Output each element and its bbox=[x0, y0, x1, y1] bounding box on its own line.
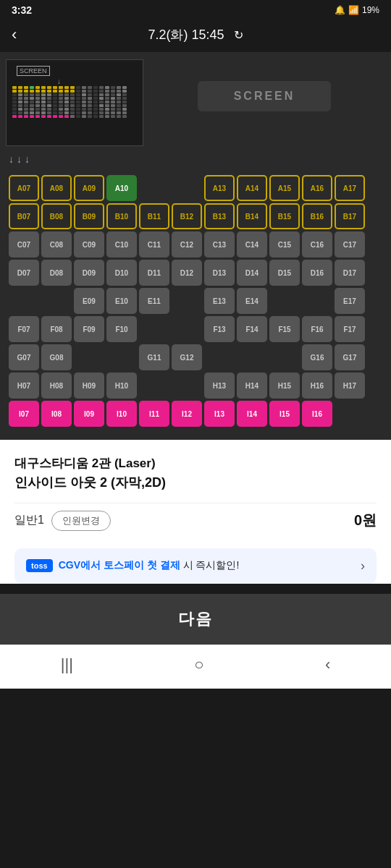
seat-I16[interactable]: I16 bbox=[302, 401, 332, 427]
seat-I08[interactable]: I08 bbox=[41, 401, 72, 427]
toss-suffix: 시 즉시할인! bbox=[180, 559, 240, 571]
toss-arrow-icon: › bbox=[361, 558, 365, 574]
seat-G08: G08 bbox=[41, 344, 72, 370]
seat-B09[interactable]: B09 bbox=[74, 203, 104, 229]
status-bar: 3:32 🔔 📶 19% bbox=[0, 0, 391, 20]
seat-B12[interactable]: B12 bbox=[172, 203, 202, 229]
status-icons: 🔔 📶 19% bbox=[335, 5, 379, 15]
bottom-navigation: ||| ○ ‹ bbox=[0, 644, 391, 689]
seat-B13[interactable]: B13 bbox=[204, 203, 235, 229]
seat-I11[interactable]: I11 bbox=[139, 401, 169, 427]
seat-H10: H10 bbox=[106, 373, 137, 399]
seat-C11: C11 bbox=[139, 231, 169, 258]
toss-banner-content: toss CGV에서 토스페이 첫 결제 시 즉시할인! bbox=[26, 559, 239, 572]
seat-F15: F15 bbox=[269, 316, 300, 342]
seat-E13: E13 bbox=[204, 288, 235, 314]
seat-row-C: C07C08C09C10C11C12C13C14C15C16C17 bbox=[9, 231, 382, 258]
seat-H13: H13 bbox=[204, 373, 235, 399]
seat-A14[interactable]: A14 bbox=[237, 175, 267, 201]
seat-I12[interactable]: I12 bbox=[172, 401, 202, 427]
price-display: 0원 bbox=[354, 511, 377, 530]
seat-A15[interactable]: A15 bbox=[269, 175, 300, 201]
seat-B07[interactable]: B07 bbox=[9, 203, 39, 229]
seat-I15[interactable]: I15 bbox=[269, 401, 300, 427]
theater-container: SCREEN ↓ SCREEN ↓ ↓ ↓ A07A08A09A10A13A14… bbox=[0, 52, 391, 440]
seat-G17: G17 bbox=[335, 344, 365, 370]
seat-I09[interactable]: I09 bbox=[74, 401, 104, 427]
seat-empty bbox=[139, 316, 169, 342]
seat-D12: D12 bbox=[172, 260, 202, 286]
seat-E10: E10 bbox=[106, 288, 137, 314]
top-nav: ‹ 7.2(화) 15:45 ↻ bbox=[0, 20, 391, 52]
status-time: 3:32 bbox=[12, 4, 32, 16]
toss-banner[interactable]: toss CGV에서 토스페이 첫 결제 시 즉시할인! › bbox=[14, 548, 377, 584]
seat-I13[interactable]: I13 bbox=[204, 401, 235, 427]
seat-B15[interactable]: B15 bbox=[269, 203, 300, 229]
seat-row-F: F07F08F09F10F13F14F15F16F17 bbox=[9, 316, 382, 342]
seat-C12: C12 bbox=[172, 231, 202, 258]
nav-back-icon[interactable]: ‹ bbox=[325, 655, 330, 674]
seat-H17: H17 bbox=[335, 373, 365, 399]
seat-empty bbox=[139, 175, 169, 201]
seat-B14[interactable]: B14 bbox=[237, 203, 267, 229]
seat-C13: C13 bbox=[204, 231, 235, 258]
refresh-icon[interactable]: ↻ bbox=[234, 29, 243, 41]
ticket-type: 일반1 인원변경 bbox=[14, 511, 111, 531]
seat-H07: H07 bbox=[9, 373, 39, 399]
seat-D13: D13 bbox=[204, 260, 235, 286]
seat-A10[interactable]: A10 bbox=[106, 175, 137, 201]
seat-H08: H08 bbox=[41, 373, 72, 399]
seat-empty bbox=[74, 344, 104, 370]
seat-H09: H09 bbox=[74, 373, 104, 399]
back-button[interactable]: ‹ bbox=[12, 25, 17, 44]
scroll-arrows: ↓ ↓ ↓ bbox=[6, 153, 385, 165]
seat-B08[interactable]: B08 bbox=[41, 203, 72, 229]
seat-D17: D17 bbox=[335, 260, 365, 286]
seat-E14: E14 bbox=[237, 288, 267, 314]
seat-C17: C17 bbox=[335, 231, 365, 258]
toss-text: CGV에서 토스페이 첫 결제 시 즉시할인! bbox=[59, 559, 240, 572]
seat-D11: D11 bbox=[139, 260, 169, 286]
seat-D14: D14 bbox=[237, 260, 267, 286]
seat-D16: D16 bbox=[302, 260, 332, 286]
seat-B17[interactable]: B17 bbox=[335, 203, 365, 229]
seat-A13[interactable]: A13 bbox=[204, 175, 235, 201]
seat-row-A: A07A08A09A10A13A14A15A16A17 bbox=[9, 175, 382, 201]
seat-A17[interactable]: A17 bbox=[335, 175, 365, 201]
mini-map-arrow: ↓ bbox=[57, 77, 61, 85]
seat-row-G: G07G08G11G12G16G17 bbox=[9, 344, 382, 370]
ticket-info-row: 일반1 인원변경 0원 bbox=[14, 503, 377, 538]
bottom-panel: 대구스타디움 2관 (Laser) 인사이드 아웃 2 (자막,2D) 일반1 … bbox=[0, 440, 391, 584]
seat-B16[interactable]: B16 bbox=[302, 203, 332, 229]
seat-A07[interactable]: A07 bbox=[9, 175, 39, 201]
seat-G16: G16 bbox=[302, 344, 332, 370]
seat-B10[interactable]: B10 bbox=[106, 203, 137, 229]
seat-B11[interactable]: B11 bbox=[139, 203, 169, 229]
seat-I10[interactable]: I10 bbox=[106, 401, 137, 427]
seat-A16[interactable]: A16 bbox=[302, 175, 332, 201]
seat-A08[interactable]: A08 bbox=[41, 175, 72, 201]
seat-empty bbox=[172, 175, 202, 201]
seat-row-H: H07H08H09H10H13H14H15H16H17 bbox=[9, 373, 382, 399]
seat-empty bbox=[172, 316, 202, 342]
seat-empty bbox=[204, 344, 235, 370]
battery-text: 19% bbox=[362, 5, 379, 15]
toss-highlight-text: CGV에서 토스페이 첫 결제 bbox=[59, 559, 180, 571]
seat-I14[interactable]: I14 bbox=[237, 401, 267, 427]
change-headcount-button[interactable]: 인원변경 bbox=[51, 511, 111, 531]
seat-empty bbox=[139, 373, 169, 399]
seat-row-I: I07I08I09I10I11I12I13I14I15I16 bbox=[9, 401, 382, 427]
seat-empty bbox=[172, 288, 202, 314]
notification-icon: 🔔 bbox=[335, 5, 345, 15]
nav-menu-icon[interactable]: ||| bbox=[61, 655, 73, 674]
scroll-arrow-mid: ↓ bbox=[25, 153, 30, 165]
seat-E11: E11 bbox=[139, 288, 169, 314]
seat-I07[interactable]: I07 bbox=[9, 401, 39, 427]
seat-A09[interactable]: A09 bbox=[74, 175, 104, 201]
seat-C10: C10 bbox=[106, 231, 137, 258]
screen-text: SCREEN bbox=[198, 81, 332, 111]
seat-empty bbox=[302, 288, 332, 314]
nav-home-icon[interactable]: ○ bbox=[194, 655, 203, 674]
seat-row-B: B07B08B09B10B11B12B13B14B15B16B17 bbox=[9, 203, 382, 229]
next-button[interactable]: 다음 bbox=[0, 594, 391, 644]
